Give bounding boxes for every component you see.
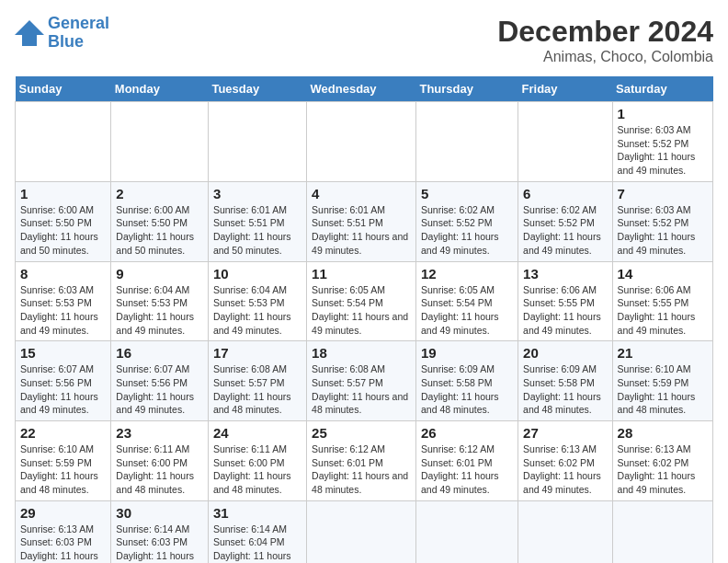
- day-info: Sunrise: 6:08 AMSunset: 5:57 PMDaylight:…: [213, 362, 301, 417]
- day-info: Sunrise: 6:14 AMSunset: 6:04 PMDaylight:…: [213, 523, 301, 563]
- calendar-cell: 12Sunrise: 6:05 AMSunset: 5:54 PMDayligh…: [415, 261, 518, 341]
- day-number: 7: [618, 186, 708, 201]
- week-row-4: 15Sunrise: 6:07 AMSunset: 5:56 PMDayligh…: [16, 341, 713, 421]
- calendar-cell: 5Sunrise: 6:02 AMSunset: 5:52 PMDaylight…: [415, 181, 518, 261]
- day-info: Sunrise: 6:10 AMSunset: 5:59 PMDaylight:…: [20, 442, 106, 497]
- day-number: 18: [312, 345, 411, 361]
- day-info: Sunrise: 6:03 AMSunset: 5:52 PMDaylight:…: [618, 203, 708, 258]
- header-thursday: Thursday: [415, 76, 518, 102]
- calendar-cell: 7Sunrise: 6:03 AMSunset: 5:52 PMDaylight…: [612, 181, 712, 261]
- calendar-cell: 19Sunrise: 6:09 AMSunset: 5:58 PMDayligh…: [415, 341, 518, 421]
- day-number: 26: [421, 425, 513, 441]
- week-row-6: 29Sunrise: 6:13 AMSunset: 6:03 PMDayligh…: [16, 500, 713, 563]
- day-info: Sunrise: 6:14 AMSunset: 6:03 PMDaylight:…: [116, 523, 203, 563]
- calendar-table: SundayMondayTuesdayWednesdayThursdayFrid…: [15, 76, 713, 563]
- day-info: Sunrise: 6:06 AMSunset: 5:55 PMDaylight:…: [523, 283, 608, 338]
- day-info: Sunrise: 6:06 AMSunset: 5:55 PMDaylight:…: [618, 283, 708, 338]
- day-info: Sunrise: 6:09 AMSunset: 5:58 PMDaylight:…: [421, 362, 513, 417]
- day-number: 27: [523, 425, 608, 441]
- calendar-cell: 18Sunrise: 6:08 AMSunset: 5:57 PMDayligh…: [307, 341, 416, 421]
- calendar-cell: 27Sunrise: 6:13 AMSunset: 6:02 PMDayligh…: [518, 421, 613, 501]
- calendar-cell: 4Sunrise: 6:01 AMSunset: 5:51 PMDaylight…: [307, 181, 416, 261]
- week-row-2: 1Sunrise: 6:00 AMSunset: 5:50 PMDaylight…: [16, 181, 713, 261]
- calendar-cell: [16, 102, 111, 182]
- header-wednesday: Wednesday: [307, 76, 416, 102]
- header-saturday: Saturday: [612, 76, 712, 102]
- day-number: 5: [421, 186, 513, 201]
- day-info: Sunrise: 6:09 AMSunset: 5:58 PMDaylight:…: [523, 362, 608, 417]
- calendar-cell: 6Sunrise: 6:02 AMSunset: 5:52 PMDaylight…: [518, 181, 613, 261]
- day-info: Sunrise: 6:02 AMSunset: 5:52 PMDaylight:…: [421, 203, 513, 258]
- day-number: 16: [116, 345, 203, 361]
- calendar-cell: 1Sunrise: 6:03 AMSunset: 5:52 PMDaylight…: [612, 102, 712, 182]
- calendar-cell: [208, 102, 306, 182]
- day-info: Sunrise: 6:07 AMSunset: 5:56 PMDaylight:…: [20, 362, 106, 417]
- calendar-cell: 16Sunrise: 6:07 AMSunset: 5:56 PMDayligh…: [111, 341, 209, 421]
- page-title: December 2024: [497, 15, 713, 49]
- day-number: 22: [20, 425, 106, 441]
- day-info: Sunrise: 6:01 AMSunset: 5:51 PMDaylight:…: [312, 203, 411, 258]
- day-number: 21: [618, 345, 708, 361]
- day-info: Sunrise: 6:01 AMSunset: 5:51 PMDaylight:…: [213, 203, 301, 258]
- header-sunday: Sunday: [16, 76, 111, 102]
- day-number: 3: [213, 186, 301, 201]
- header-friday: Friday: [518, 76, 613, 102]
- day-info: Sunrise: 6:02 AMSunset: 5:52 PMDaylight:…: [523, 203, 608, 258]
- day-number: 31: [213, 505, 301, 521]
- day-number: 14: [618, 266, 708, 282]
- day-number: 2: [116, 186, 203, 201]
- day-number: 29: [20, 505, 106, 521]
- day-number: 30: [116, 505, 203, 521]
- calendar-cell: 28Sunrise: 6:13 AMSunset: 6:02 PMDayligh…: [612, 421, 712, 501]
- day-info: Sunrise: 6:11 AMSunset: 6:00 PMDaylight:…: [213, 442, 301, 497]
- calendar-cell: 30Sunrise: 6:14 AMSunset: 6:03 PMDayligh…: [111, 500, 209, 563]
- day-info: Sunrise: 6:12 AMSunset: 6:01 PMDaylight:…: [312, 442, 411, 497]
- day-number: 17: [213, 345, 301, 361]
- day-info: Sunrise: 6:05 AMSunset: 5:54 PMDaylight:…: [312, 283, 411, 338]
- calendar-cell: 1Sunrise: 6:00 AMSunset: 5:50 PMDaylight…: [16, 181, 111, 261]
- week-row-1: 1Sunrise: 6:03 AMSunset: 5:52 PMDaylight…: [16, 102, 713, 182]
- day-number: 24: [213, 425, 301, 441]
- day-info: Sunrise: 6:03 AMSunset: 5:53 PMDaylight:…: [20, 283, 106, 338]
- logo-blue: Blue: [48, 33, 109, 52]
- day-info: Sunrise: 6:11 AMSunset: 6:00 PMDaylight:…: [116, 442, 203, 497]
- day-number: 11: [312, 266, 411, 282]
- day-number: 10: [213, 266, 301, 282]
- day-number: 4: [312, 186, 411, 201]
- logo-icon: [15, 20, 44, 46]
- calendar-cell: [415, 500, 518, 563]
- title-block: December 2024 Animas, Choco, Colombia: [497, 15, 713, 65]
- calendar-cell: [415, 102, 518, 182]
- day-info: Sunrise: 6:13 AMSunset: 6:03 PMDaylight:…: [20, 523, 106, 563]
- day-number: 12: [421, 266, 513, 282]
- calendar-cell: 25Sunrise: 6:12 AMSunset: 6:01 PMDayligh…: [307, 421, 416, 501]
- calendar-cell: 21Sunrise: 6:10 AMSunset: 5:59 PMDayligh…: [612, 341, 712, 421]
- day-number: 19: [421, 345, 513, 361]
- svg-marker-0: [15, 20, 44, 46]
- calendar-cell: 8Sunrise: 6:03 AMSunset: 5:53 PMDaylight…: [16, 261, 111, 341]
- day-number: 1: [618, 106, 708, 121]
- calendar-cell: 15Sunrise: 6:07 AMSunset: 5:56 PMDayligh…: [16, 341, 111, 421]
- header-monday: Monday: [111, 76, 209, 102]
- day-number: 15: [20, 345, 106, 361]
- days-header-row: SundayMondayTuesdayWednesdayThursdayFrid…: [16, 76, 713, 102]
- calendar-cell: 23Sunrise: 6:11 AMSunset: 6:00 PMDayligh…: [111, 421, 209, 501]
- header-tuesday: Tuesday: [208, 76, 306, 102]
- calendar-cell: 31Sunrise: 6:14 AMSunset: 6:04 PMDayligh…: [208, 500, 306, 563]
- calendar-cell: [518, 500, 613, 563]
- calendar-cell: [612, 500, 712, 563]
- day-number: 1: [20, 186, 106, 201]
- week-row-3: 8Sunrise: 6:03 AMSunset: 5:53 PMDaylight…: [16, 261, 713, 341]
- logo-general: General: [48, 14, 109, 32]
- day-info: Sunrise: 6:07 AMSunset: 5:56 PMDaylight:…: [116, 362, 203, 417]
- day-number: 13: [523, 266, 608, 282]
- calendar-cell: [307, 102, 416, 182]
- calendar-cell: 29Sunrise: 6:13 AMSunset: 6:03 PMDayligh…: [16, 500, 111, 563]
- calendar-cell: [518, 102, 613, 182]
- calendar-cell: [307, 500, 416, 563]
- calendar-cell: 9Sunrise: 6:04 AMSunset: 5:53 PMDaylight…: [111, 261, 209, 341]
- day-info: Sunrise: 6:03 AMSunset: 5:52 PMDaylight:…: [618, 123, 708, 178]
- day-number: 9: [116, 266, 203, 282]
- day-number: 20: [523, 345, 608, 361]
- week-row-5: 22Sunrise: 6:10 AMSunset: 5:59 PMDayligh…: [16, 421, 713, 501]
